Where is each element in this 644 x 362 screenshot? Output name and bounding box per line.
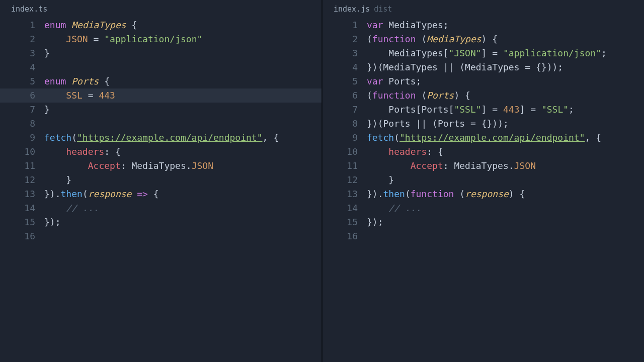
- line-number: 2: [0, 32, 44, 46]
- code-content[interactable]: }: [44, 173, 321, 187]
- code-content[interactable]: SSL = 443: [44, 88, 321, 103]
- line-number: 16: [0, 229, 44, 243]
- line-number: 11: [323, 159, 367, 173]
- line-number: 5: [0, 74, 44, 88]
- code-line[interactable]: 6(function (Ports) {: [323, 88, 644, 103]
- code-line[interactable]: 1var MediaTypes;: [323, 18, 644, 32]
- code-content[interactable]: enum Ports {: [44, 74, 321, 88]
- line-number: 8: [0, 117, 44, 131]
- code-line[interactable]: 10 headers: {: [0, 145, 321, 159]
- code-content[interactable]: });: [367, 215, 644, 229]
- line-number: 10: [323, 145, 367, 159]
- code-content[interactable]: var MediaTypes;: [367, 18, 644, 32]
- line-number: 13: [0, 187, 44, 201]
- code-line[interactable]: 4: [0, 60, 321, 74]
- code-line[interactable]: 3 MediaTypes["JSON"] = "application/json…: [323, 46, 644, 60]
- line-number: 7: [323, 103, 367, 117]
- code-content[interactable]: }: [44, 46, 321, 60]
- code-line[interactable]: 14 // ...: [0, 201, 321, 215]
- line-number: 13: [323, 187, 367, 201]
- code-line[interactable]: 14 // ...: [323, 201, 644, 215]
- code-line[interactable]: 6 SSL = 443: [0, 88, 321, 103]
- line-number: 15: [0, 215, 44, 229]
- code-content[interactable]: // ...: [44, 201, 321, 215]
- code-content[interactable]: }).then(response => {: [44, 187, 321, 201]
- line-number: 14: [0, 201, 44, 215]
- code-line[interactable]: 13}).then(function (response) {: [323, 187, 644, 201]
- code-line[interactable]: 9fetch("https://example.com/api/endpoint…: [323, 131, 644, 145]
- code-line[interactable]: 12 }: [323, 173, 644, 187]
- line-number: 4: [0, 60, 44, 74]
- code-line[interactable]: 16: [0, 229, 321, 243]
- code-content[interactable]: Accept: MediaTypes.JSON: [367, 159, 644, 173]
- code-content[interactable]: })(MediaTypes || (MediaTypes = {}));: [367, 60, 644, 74]
- code-line[interactable]: 1enum MediaTypes {: [0, 18, 321, 32]
- code-line[interactable]: 8})(Ports || (Ports = {}));: [323, 117, 644, 131]
- code-content[interactable]: }: [44, 103, 321, 117]
- line-number: 1: [0, 18, 44, 32]
- line-number: 10: [0, 145, 44, 159]
- code-content[interactable]: headers: {: [367, 145, 644, 159]
- code-line[interactable]: 11 Accept: MediaTypes.JSON: [323, 159, 644, 173]
- left-pane: index.ts 1enum MediaTypes {2 JSON = "app…: [0, 0, 323, 362]
- line-number: 3: [323, 46, 367, 60]
- line-number: 4: [323, 60, 367, 74]
- code-line[interactable]: 10 headers: {: [323, 145, 644, 159]
- code-line[interactable]: 13}).then(response => {: [0, 187, 321, 201]
- line-number: 6: [323, 88, 367, 103]
- code-content[interactable]: headers: {: [44, 145, 321, 159]
- left-tab-bar[interactable]: index.ts: [0, 0, 321, 18]
- code-content[interactable]: (function (MediaTypes) {: [367, 32, 644, 46]
- split-view: index.ts 1enum MediaTypes {2 JSON = "app…: [0, 0, 644, 362]
- left-editor[interactable]: 1enum MediaTypes {2 JSON = "application/…: [0, 18, 321, 362]
- right-tab-bar[interactable]: index.js dist: [323, 0, 644, 18]
- line-number: 3: [0, 46, 44, 60]
- line-number: 12: [323, 173, 367, 187]
- code-line[interactable]: 7 Ports[Ports["SSL"] = 443] = "SSL";: [323, 103, 644, 117]
- line-number: 6: [0, 88, 44, 103]
- code-line[interactable]: 12 }: [0, 173, 321, 187]
- code-line[interactable]: 11 Accept: MediaTypes.JSON: [0, 159, 321, 173]
- line-number: 16: [323, 229, 367, 243]
- line-number: 11: [0, 159, 44, 173]
- code-line[interactable]: 5var Ports;: [323, 74, 644, 88]
- code-content[interactable]: fetch("https://example.com/api/endpoint"…: [367, 131, 644, 145]
- code-content[interactable]: JSON = "application/json": [44, 32, 321, 46]
- line-number: 14: [323, 201, 367, 215]
- line-number: 12: [0, 173, 44, 187]
- code-line[interactable]: 2(function (MediaTypes) {: [323, 32, 644, 46]
- code-content[interactable]: enum MediaTypes {: [44, 18, 321, 32]
- line-number: 5: [323, 74, 367, 88]
- code-line[interactable]: 7}: [0, 103, 321, 117]
- code-content[interactable]: })(Ports || (Ports = {}));: [367, 117, 644, 131]
- code-content[interactable]: (function (Ports) {: [367, 88, 644, 103]
- line-number: 9: [323, 131, 367, 145]
- code-content[interactable]: });: [44, 215, 321, 229]
- code-content[interactable]: }: [367, 173, 644, 187]
- line-number: 9: [0, 131, 44, 145]
- code-line[interactable]: 15});: [0, 215, 321, 229]
- code-line[interactable]: 4})(MediaTypes || (MediaTypes = {}));: [323, 60, 644, 74]
- right-pane: index.js dist 1var MediaTypes;2(function…: [323, 0, 644, 362]
- line-number: 7: [0, 103, 44, 117]
- line-number: 1: [323, 18, 367, 32]
- code-content[interactable]: var Ports;: [367, 74, 644, 88]
- code-content[interactable]: }).then(function (response) {: [367, 187, 644, 201]
- code-content[interactable]: // ...: [367, 201, 644, 215]
- line-number: 2: [323, 32, 367, 46]
- code-line[interactable]: 15});: [323, 215, 644, 229]
- code-line[interactable]: 16: [323, 229, 644, 243]
- code-content[interactable]: Accept: MediaTypes.JSON: [44, 159, 321, 173]
- right-tab-name: index.js: [334, 5, 370, 14]
- right-editor[interactable]: 1var MediaTypes;2(function (MediaTypes) …: [323, 18, 644, 362]
- code-content[interactable]: fetch("https://example.com/api/endpoint"…: [44, 131, 321, 145]
- code-line[interactable]: 3}: [0, 46, 321, 60]
- code-line[interactable]: 2 JSON = "application/json": [0, 32, 321, 46]
- code-line[interactable]: 5enum Ports {: [0, 74, 321, 88]
- right-tab-sub: dist: [374, 5, 392, 14]
- code-content[interactable]: MediaTypes["JSON"] = "application/json";: [367, 46, 644, 60]
- code-line[interactable]: 9fetch("https://example.com/api/endpoint…: [0, 131, 321, 145]
- code-content[interactable]: Ports[Ports["SSL"] = 443] = "SSL";: [367, 103, 644, 117]
- code-line[interactable]: 8: [0, 117, 321, 131]
- left-tab-name: index.ts: [11, 5, 47, 14]
